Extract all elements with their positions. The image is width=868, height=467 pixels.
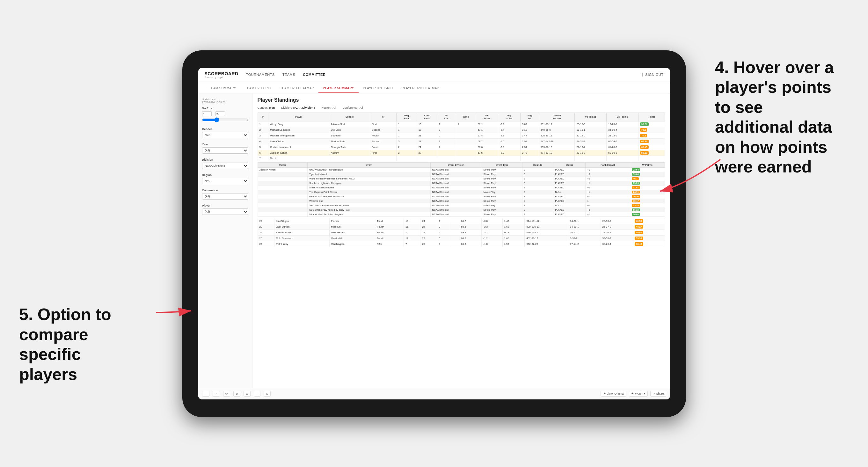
range-row: – [202, 111, 248, 116]
tab-team-h2h-grid[interactable]: TEAM H2H GRID [241, 86, 276, 93]
event-row: Williams Cup NCAA Division I Stroke Play… [257, 198, 664, 203]
range-slider[interactable] [202, 117, 248, 122]
sign-out-link[interactable]: Sign out [645, 71, 663, 78]
table-row-highlighted: 6 Jackson Kohon Auburn First 2 27 67.5 -… [257, 150, 664, 156]
event-row: Fallen Oak Collegiate Invitational NCAA … [257, 194, 664, 198]
points-badge[interactable]: 70.2 [640, 134, 647, 137]
wpoints-badge[interactable]: 25.38 [632, 204, 640, 207]
toolbar-back[interactable]: ← [202, 391, 210, 397]
watch-btn[interactable]: 👁 Watch ▾ [629, 391, 648, 397]
gender-section: Gender Men Women [202, 127, 248, 138]
standings-table: # Player School Yr RegRank ConfRank NoRd… [257, 113, 665, 161]
th-num: # [257, 113, 269, 121]
wpoints-badge[interactable]: 46.7 [632, 177, 639, 180]
toolbar-zoom-in[interactable]: ⊕ [233, 391, 240, 397]
no-rds-section: No Rds. – [202, 107, 248, 123]
wpoints-badge[interactable]: 73.23 [632, 182, 640, 185]
wpoints-badge[interactable]: 66.40 [632, 213, 640, 216]
th-wins: Wins [456, 113, 476, 121]
tab-player-h2h-grid[interactable]: PLAYER H2H GRID [359, 86, 398, 93]
th-reg-rank: RegRank [397, 113, 417, 121]
event-table: Player Event Event Division Event Type R… [257, 162, 665, 217]
th-to-par: Avg.to Par [498, 113, 520, 121]
nav-links: TOURNAMENTS TEAMS COMMITTEE [246, 71, 642, 78]
event-header-row: Player Event Event Division Event Type R… [257, 162, 664, 167]
wpoints-badge[interactable]: 47.67 [632, 186, 640, 189]
table-row: 2 Michael La Sasso Ole Miss Second 1 18 … [257, 127, 664, 133]
division-select[interactable]: NCAA Division I NCAA Division II NCAA Di… [202, 162, 248, 169]
wpoints-badge[interactable]: 56.18 [632, 209, 640, 211]
nav-teams[interactable]: TEAMS [282, 71, 295, 78]
points-badge[interactable]: 76.2 [640, 128, 647, 132]
year-section: Year (All) 2024 2023 [202, 143, 248, 154]
tablet-screen: SCOREBOARD Powered by clippd TOURNAMENTS… [198, 68, 670, 399]
no-rds-label: No Rds. [202, 107, 248, 110]
player-section: Player (All) [202, 204, 248, 215]
range-min-input[interactable] [202, 111, 212, 116]
division-label: Division [202, 158, 248, 161]
points-badge[interactable]: 38.49 [635, 242, 643, 246]
table-row: 5 Christo Lamprecht Georgia Tech Fourth … [257, 144, 664, 150]
range-max-input[interactable] [216, 111, 225, 116]
toolbar-forward[interactable]: → [213, 391, 220, 397]
logo-sub: Powered by clippd [205, 76, 239, 79]
gender-select[interactable]: Men Women [202, 132, 248, 138]
wpoints-badge[interactable]: 16.50 [632, 195, 640, 198]
gender-label: Gender [202, 127, 248, 131]
points-badge[interactable]: 60.#9 [640, 145, 649, 149]
player-select[interactable]: (All) [202, 209, 248, 215]
table-row: 7 Nichi... [257, 156, 664, 161]
main-content: Update time: 27/01/2024 16:56:26 No Rds.… [198, 93, 670, 388]
th-adj-score: Adj.Score [476, 113, 498, 121]
toolbar-dots[interactable]: ··· [254, 391, 261, 397]
filter-row: Gender: Men Division: NCAA Division I Re… [257, 106, 665, 110]
table-row: 25 Cole Sherwood Vanderbilt Fourth 12 23… [257, 235, 664, 241]
nav-right: | Sign out [642, 71, 664, 78]
logo-area: SCOREBOARD Powered by clippd [205, 71, 239, 79]
points-badge[interactable]: 68.34 [640, 139, 649, 143]
nav-committee[interactable]: COMMITTEE [303, 71, 326, 78]
toolbar-refresh[interactable]: ⟳ [223, 391, 230, 397]
year-select[interactable]: (All) 2024 2023 [202, 147, 248, 154]
top-nav: SCOREBOARD Powered by clippd TOURNAMENTS… [198, 68, 670, 82]
points-badge[interactable]: 90.2+ [640, 122, 649, 126]
tab-player-h2h-heatmap[interactable]: PLAYER H2H HEATMAP [397, 86, 443, 93]
points-badge[interactable]: 40.27 [635, 225, 643, 228]
event-row: SEC Match Play hosted by Jerry Pate NCAA… [257, 203, 664, 208]
toolbar-clock[interactable]: ⊙ [264, 391, 271, 397]
event-section: Player Event Event Division Event Type R… [257, 162, 665, 217]
tab-team-summary[interactable]: TEAM SUMMARY [205, 86, 241, 93]
conference-select[interactable]: (All) [202, 193, 248, 199]
nav-separator: | [642, 73, 643, 76]
tab-player-summary[interactable]: PLAYER SUMMARY [318, 86, 359, 93]
chevron-down-icon: ▾ [644, 392, 646, 395]
table-row: 4 Luke Claton Florida State Second 5 27 … [257, 138, 664, 144]
wpoints-badge[interactable]: 23.64 [632, 168, 640, 171]
share-btn[interactable]: ↗ Share [650, 391, 666, 397]
toolbar-grid[interactable]: ⊞ [244, 391, 251, 397]
wpoints-badge[interactable]: 30.47 [632, 199, 640, 203]
table-header-row: # Player School Yr RegRank ConfRank NoRd… [257, 113, 664, 121]
bottom-toolbar: ← → ⟳ ⊕ ⊞ ··· ⊙ 👁 View: Original 👁 Watch… [198, 388, 670, 399]
region-label: Region [202, 174, 248, 177]
th-points: Points [638, 113, 664, 121]
conference-section: Conference (All) [202, 189, 248, 199]
update-time: Update time: 27/01/2024 16:56:26 [202, 98, 248, 103]
th-vs25: Vs Top 25 [575, 113, 607, 121]
wpoints-badge[interactable]: 53.60 [632, 173, 640, 176]
annotation-left: 5. Option to compare specific players [19, 305, 140, 384]
event-row: The Cypress Point Classic NCAA Division … [257, 190, 664, 194]
points-badge[interactable]: 40.58 [635, 219, 643, 223]
tab-team-h2h-heatmap[interactable]: TEAM H2H HEATMAP [276, 86, 318, 93]
wpoints-badge[interactable]: 24.11 [632, 191, 640, 193]
data-area: Player Standings Gender: Men Division: N… [252, 93, 670, 388]
view-original-btn[interactable]: 👁 View: Original [600, 391, 626, 397]
nav-tournaments[interactable]: TOURNAMENTS [246, 71, 275, 78]
sidebar: Update time: 27/01/2024 16:56:26 No Rds.… [198, 93, 252, 388]
region-select[interactable]: N/A All [202, 178, 248, 184]
points-badge-highlighted[interactable]: 58.18 [640, 151, 649, 155]
region-section: Region N/A All [202, 174, 248, 184]
points-badge[interactable]: 39.95 [635, 237, 643, 240]
points-badge[interactable]: 40.02 [635, 231, 643, 234]
th-no-rds: NoRds. [437, 113, 456, 121]
